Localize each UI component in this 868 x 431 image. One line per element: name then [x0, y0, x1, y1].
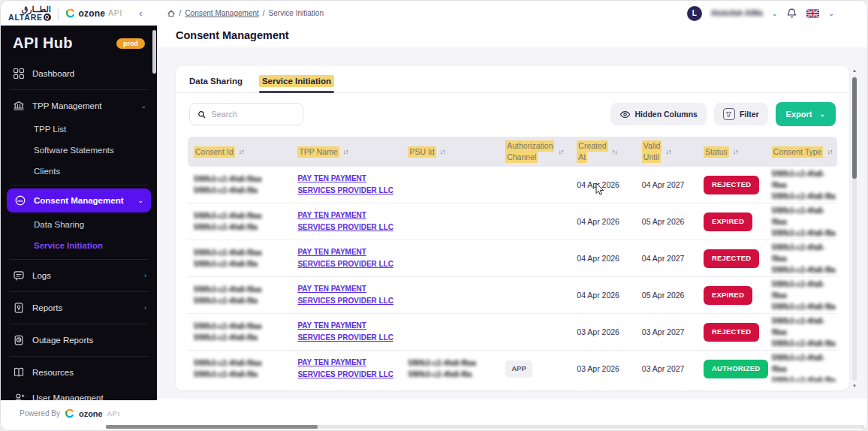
tab-data-sharing[interactable]: Data Sharing [189, 77, 243, 92]
status-badge: EXPIRED [704, 212, 752, 231]
sidebar-item-tpp-management[interactable]: TPP Management⌄ [1, 93, 157, 119]
sidebar-item-outage-reports[interactable]: Outage Reports [1, 327, 157, 353]
sidebar-scrollbar-thumb[interactable] [152, 30, 156, 74]
redacted-text: 5f8fb3-c2-4fa8-f8aa5f8fb3-c2-4fa8-f8a [194, 212, 262, 231]
cell-tpp-name: PAY TEN PAYMENTSERVICES PROVIDER LLC [291, 173, 402, 197]
language-flag-icon[interactable] [806, 9, 819, 18]
sidebar-item-label: TPP Management [32, 101, 133, 110]
horizontal-scrollbar-thumb[interactable] [106, 425, 318, 429]
table-row: 5f8fb3-c2-4fa8-f8aa5f8fb3-c2-4fa8-f8aPAY… [188, 277, 837, 314]
breadcrumb-sep: / [263, 9, 265, 17]
sidebar-item-software-statements[interactable]: Software Statements [1, 140, 157, 161]
column-header-status[interactable]: Status↓↑ [698, 146, 766, 158]
tpp-name-link[interactable]: PAY TEN PAYMENTSERVICES PROVIDER LLC [297, 248, 393, 268]
table-row: 5f8fb3-c2-4fa8-f8aa5f8fb3-c2-4fa8-f8aPAY… [188, 240, 837, 277]
user-name-redacted: Abdullah AlMa [711, 9, 763, 17]
scroll-up-arrow-icon[interactable]: ▲ [851, 68, 857, 73]
altareq-logo: الطــارق ALTAREQ [8, 5, 51, 22]
cell-consent-type: 5f8fb3-c2-4fa8-f8aa5f8fb3-c2-4fa8-f8a [766, 279, 837, 312]
sidebar-item-label: Dashboard [32, 69, 146, 78]
sort-arrows-icon[interactable]: ↓↑ [733, 148, 738, 155]
sort-arrows-icon[interactable]: ↓↑ [665, 148, 671, 155]
sidebar-item-clients[interactable]: Clients [1, 161, 157, 182]
column-header-type[interactable]: Consent Type↓↑ [766, 146, 837, 158]
export-button[interactable]: Export ⌄ [776, 102, 836, 126]
tpp-name-link[interactable]: PAY TEN PAYMENTSERVICES PROVIDER LLC [297, 211, 393, 231]
altareq-q-badge: Q [44, 14, 51, 21]
tpp-name-link[interactable]: PAY TEN PAYMENTSERVICES PROVIDER LLC [297, 321, 393, 342]
page-title: Consent Management [176, 29, 289, 41]
cell-tpp-name: PAY TEN PAYMENTSERVICES PROVIDER LLC [291, 246, 402, 270]
column-label: Consent Id [194, 146, 235, 158]
scroll-down-arrow-icon[interactable]: ▼ [851, 384, 857, 388]
main-area: Consent Management Data Sharing Service … [157, 26, 867, 400]
tpp-name-link[interactable]: PAY TEN PAYMENTSERVICES PROVIDER LLC [297, 174, 393, 194]
search-input[interactable] [211, 110, 295, 119]
tab-service-initiation[interactable]: Service Initiation [259, 77, 334, 92]
language-chevron-icon[interactable]: ⌄ [828, 10, 834, 17]
chat-icon [14, 194, 26, 206]
sidebar-title: API Hub [13, 35, 73, 52]
sidebar-item-label: Reports [32, 303, 137, 312]
chevron-down-icon: ⌄ [137, 197, 143, 204]
column-header-auth[interactable]: AuthorizationChannel↓↑ [499, 140, 571, 163]
home-icon[interactable] [167, 9, 176, 18]
environment-badge: prod [116, 38, 145, 49]
sort-arrows-icon[interactable]: ↓↑ [558, 148, 563, 155]
user-menu-chevron-icon[interactable]: ⌄ [772, 10, 778, 17]
sort-arrows-icon[interactable]: ↑↓ [612, 148, 617, 155]
tab-bar: Data Sharing Service Initiation [176, 66, 849, 93]
tpp-name-link[interactable]: PAY TEN PAYMENTSERVICES PROVIDER LLC [297, 285, 393, 305]
hidden-columns-button[interactable]: Hidden Columns [610, 103, 707, 125]
sidebar-item-service-initiation[interactable]: Service Initiation [1, 235, 157, 256]
sidebar-item-reports[interactable]: Reports› [1, 295, 157, 321]
sidebar-item-consent-management[interactable]: Consent Management⌄ [7, 188, 151, 212]
sidebar-item-resources[interactable]: Resources [1, 360, 157, 385]
table-row: 5f8fb3-c2-4fa8-f8aa5f8fb3-c2-4fa8-f8aPAY… [188, 167, 837, 203]
topbar-right: L Abdullah AlMa ⌄ ⌄ [687, 1, 834, 26]
sidebar-item-user-management[interactable]: User Management [1, 385, 157, 400]
column-label: TPP Name [297, 146, 339, 158]
export-chevron-icon: ⌄ [819, 110, 825, 118]
cell-consent-type: 5f8fb3-c2-4fa8-f8aa5f8fb3-c2-4fa8-f8a [766, 242, 837, 276]
report-icon [13, 302, 25, 314]
sort-arrows-icon[interactable]: ↓↑ [239, 148, 244, 155]
column-label: Until [642, 152, 661, 163]
brand-area: الطــارق ALTAREQ | ozone API ‹ [1, 5, 143, 22]
status-badge: AUTHORIZED [704, 360, 768, 378]
filter-button[interactable]: Filter [714, 103, 768, 125]
cell-created-at: 04 Apr 2026 [571, 179, 636, 191]
column-label: Channel [505, 152, 538, 163]
tpp-name-link[interactable]: PAY TEN PAYMENTSERVICES PROVIDER LLC [297, 358, 393, 378]
table-row: 5f8fb3-c2-4fa8-f8aa5f8fb3-c2-4fa8-f8aPAY… [188, 314, 837, 351]
cell-consent-type: 5f8fb3-c2-4fa8-f8aa5f8fb3-c2-4fa8-f8a [766, 168, 837, 202]
sidebar-item-label: User Management [32, 393, 146, 400]
breadcrumb-link-consent-management[interactable]: Consent Management [185, 9, 258, 17]
column-label: PSU Id [408, 146, 436, 158]
cell-created-at: 04 Apr 2026 [571, 253, 636, 265]
column-header-consent[interactable]: Consent Id↓↑ [188, 146, 291, 158]
column-header-psu[interactable]: PSU Id↓↑ [402, 146, 499, 158]
sort-arrows-icon[interactable]: ↓↑ [440, 148, 445, 155]
search-box[interactable] [189, 103, 303, 125]
table-header-row: Consent Id↓↑TPP Name↓↑PSU Id↓↑Authorizat… [188, 137, 837, 167]
sidebar-item-dashboard[interactable]: Dashboard [1, 61, 157, 86]
column-header-created[interactable]: CreatedAt↑↓ [571, 140, 636, 163]
sidebar-item-tpp-list[interactable]: TPP List [1, 119, 157, 140]
cell-created-at: 04 Apr 2026 [571, 216, 636, 228]
sidebar-item-data-sharing[interactable]: Data Sharing [1, 214, 157, 235]
cell-tpp-name: PAY TEN PAYMENTSERVICES PROVIDER LLC [291, 357, 402, 381]
scrollbar-thumb[interactable] [852, 77, 857, 179]
table-row: 68a3c0bb-09ba-4710PAY TEN PAYMENT03 Apr … [188, 387, 837, 390]
sidebar-item-logs[interactable]: Logs› [1, 263, 157, 288]
column-header-tpp[interactable]: TPP Name↓↑ [291, 146, 402, 158]
column-header-valid[interactable]: ValidUntil↓↑ [636, 140, 698, 163]
app-window: الطــارق ALTAREQ | ozone API ‹ / Consent… [0, 0, 868, 431]
redacted-text: 5f8fb3-c2-4fa8-f8aa5f8fb3-c2-4fa8-f8a [772, 170, 836, 200]
sort-arrows-icon[interactable]: ↓↑ [827, 148, 832, 155]
bell-icon[interactable] [786, 8, 797, 19]
sidebar-collapse-button[interactable]: ‹ [139, 8, 142, 19]
sort-arrows-icon[interactable]: ↓↑ [343, 148, 348, 155]
sidebar-item-label: Consent Management [34, 196, 130, 205]
user-avatar[interactable]: L [687, 6, 702, 21]
